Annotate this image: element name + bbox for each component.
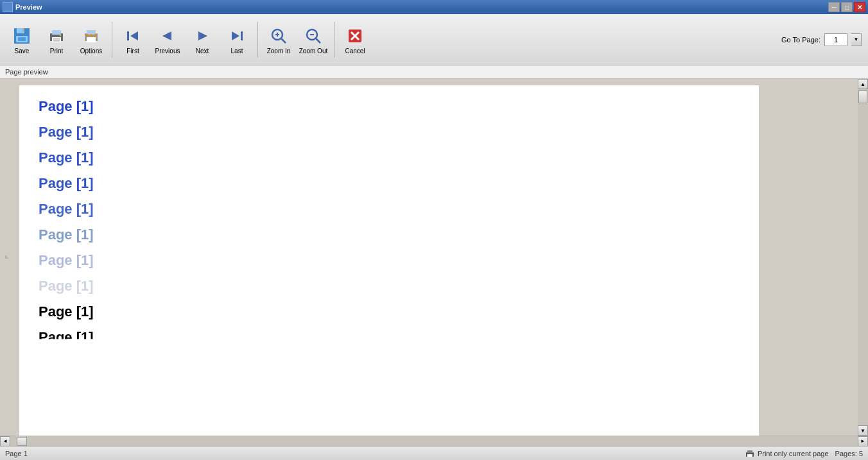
print-icon bbox=[46, 26, 67, 46]
next-button[interactable]: Next bbox=[186, 19, 219, 60]
page-item-2: Page [1] bbox=[39, 124, 740, 141]
right-scrollbar: ▲ ▼ bbox=[858, 79, 868, 436]
svg-marker-19 bbox=[162, 31, 171, 40]
svg-marker-20 bbox=[198, 31, 207, 40]
page-preview-title: Page preview bbox=[5, 68, 48, 76]
next-label: Next bbox=[196, 47, 209, 55]
first-button[interactable]: First bbox=[116, 19, 150, 60]
printer-icon bbox=[745, 449, 755, 458]
save-label: Save bbox=[15, 47, 30, 55]
main-area: Page preview P Page [1] Page [1] Page [1… bbox=[0, 65, 868, 446]
goto-page-label: Go To Page: bbox=[781, 36, 820, 44]
page-item-6: Page [1] bbox=[39, 226, 740, 243]
preview-container: P Page [1] Page [1] Page [1] Page [1] Pa… bbox=[0, 79, 868, 436]
svg-rect-22 bbox=[241, 31, 243, 40]
sep-1 bbox=[112, 22, 112, 58]
zoom-in-icon bbox=[268, 26, 289, 46]
svg-marker-18 bbox=[130, 31, 138, 40]
previous-button[interactable]: Previous bbox=[151, 19, 184, 60]
page-content: Page [1] Page [1] Page [1] Page [1] Page… bbox=[19, 85, 759, 436]
page-item-8: Page [1] bbox=[39, 278, 740, 294]
status-print-current: Print only current page bbox=[745, 449, 829, 458]
last-button[interactable]: Last bbox=[220, 19, 254, 60]
page-item-9: Page [1] bbox=[39, 303, 740, 320]
svg-point-15 bbox=[90, 34, 92, 37]
sep-2 bbox=[257, 22, 258, 58]
zoom-out-label: Zoom Out bbox=[299, 47, 327, 55]
svg-line-26 bbox=[281, 38, 286, 43]
svg-rect-2 bbox=[22, 28, 24, 32]
page-item-5: Page [1] bbox=[39, 201, 740, 217]
minimize-button[interactable]: ─ bbox=[828, 2, 840, 12]
scroll-right-button[interactable]: ► bbox=[858, 436, 868, 447]
svg-line-29 bbox=[316, 38, 320, 43]
toolbar-group-zoom: Zoom In Zoom Out bbox=[262, 19, 330, 60]
goto-page-dropdown[interactable]: ▼ bbox=[851, 33, 862, 46]
close-button[interactable]: ✕ bbox=[854, 2, 865, 12]
svg-rect-7 bbox=[52, 37, 61, 42]
status-pages-total: Pages: 5 bbox=[835, 450, 863, 457]
first-icon bbox=[123, 26, 143, 46]
print-label: Print bbox=[50, 47, 64, 55]
scroll-down-button[interactable]: ▼ bbox=[858, 425, 868, 436]
cancel-icon bbox=[345, 26, 365, 46]
last-icon bbox=[227, 26, 247, 46]
options-label: Options bbox=[80, 47, 102, 55]
previous-label: Previous bbox=[155, 47, 180, 55]
svg-rect-9 bbox=[53, 40, 60, 42]
status-page-info: Page 1 bbox=[5, 450, 738, 457]
svg-point-14 bbox=[86, 34, 89, 37]
toolbar: Save Print bbox=[0, 14, 868, 65]
options-icon bbox=[81, 26, 101, 46]
cancel-button[interactable]: Cancel bbox=[338, 19, 372, 60]
scrollbar-track[interactable] bbox=[858, 89, 868, 425]
svg-rect-13 bbox=[87, 37, 96, 42]
previous-icon bbox=[157, 26, 178, 46]
scrollbar-thumb[interactable] bbox=[858, 90, 867, 103]
zoom-out-icon bbox=[303, 26, 324, 46]
page-item-10: Page [1] bbox=[39, 329, 740, 346]
titlebar: Preview ─ □ ✕ bbox=[0, 0, 868, 14]
scroll-up-button[interactable]: ▲ bbox=[858, 79, 868, 89]
page-item-4: Page [1] bbox=[39, 175, 740, 192]
statusbar: Page 1 Print only current page Pages: 5 bbox=[0, 446, 868, 460]
save-button[interactable]: Save bbox=[5, 19, 39, 60]
save-icon bbox=[12, 26, 32, 46]
zoom-in-label: Zoom In bbox=[267, 47, 291, 55]
maximize-button[interactable]: □ bbox=[841, 2, 853, 12]
svg-rect-12 bbox=[87, 30, 96, 35]
toolbar-group-file: Save Print bbox=[5, 19, 108, 60]
svg-rect-4 bbox=[18, 37, 26, 41]
left-margin: P bbox=[0, 79, 13, 436]
app-icon bbox=[3, 2, 13, 12]
page-item-7: Page [1] bbox=[39, 252, 740, 269]
last-label: Last bbox=[231, 47, 243, 55]
h-scrollbar-thumb[interactable] bbox=[17, 437, 27, 446]
print-button[interactable]: Print bbox=[40, 19, 73, 60]
page-item-1: Page [1] bbox=[39, 98, 740, 115]
left-margin-label: P bbox=[4, 255, 10, 259]
preview-scroll-area[interactable]: Page [1] Page [1] Page [1] Page [1] Page… bbox=[13, 79, 868, 436]
svg-rect-17 bbox=[127, 31, 129, 40]
goto-page-input[interactable] bbox=[824, 33, 847, 46]
svg-rect-35 bbox=[747, 454, 752, 457]
svg-rect-6 bbox=[52, 30, 61, 35]
options-button[interactable]: Options bbox=[74, 19, 108, 60]
svg-point-10 bbox=[60, 35, 62, 37]
zoom-in-button[interactable]: Zoom In bbox=[262, 19, 295, 60]
first-label: First bbox=[126, 47, 139, 55]
scroll-left-button[interactable]: ◄ bbox=[0, 436, 10, 447]
titlebar-controls: ─ □ ✕ bbox=[828, 2, 865, 12]
titlebar-left: Preview bbox=[3, 2, 42, 12]
h-scrollbar-track[interactable] bbox=[10, 436, 858, 447]
bottom-scrollbar: ◄ ► bbox=[0, 436, 868, 446]
toolbar-group-nav: First Previous Next bbox=[116, 19, 254, 60]
print-current-label: Print only current page bbox=[758, 450, 829, 457]
cancel-label: Cancel bbox=[345, 47, 365, 55]
svg-rect-34 bbox=[747, 450, 752, 453]
svg-point-16 bbox=[94, 34, 96, 37]
window-title: Preview bbox=[15, 3, 42, 11]
svg-marker-21 bbox=[232, 31, 239, 40]
zoom-out-button[interactable]: Zoom Out bbox=[297, 19, 330, 60]
page-preview-header: Page preview bbox=[0, 65, 868, 79]
